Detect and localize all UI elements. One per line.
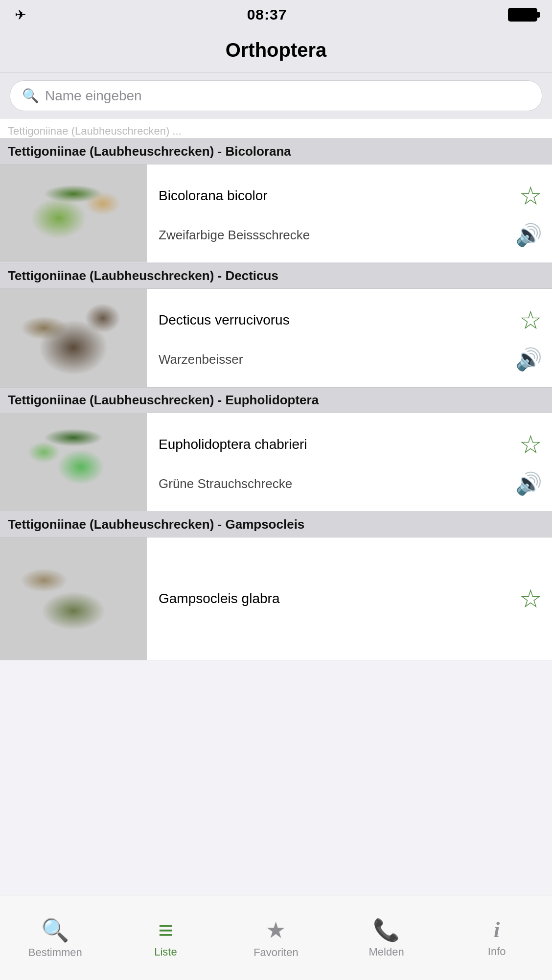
nav-item-bestimmen[interactable]: 🔍 Bestimmen (0, 917, 111, 959)
search-icon: 🔍 (22, 88, 39, 104)
audio-button-eupholidoptera[interactable]: 🔊 (515, 473, 542, 494)
species-row: Gampsocleis glabra ☆ (159, 584, 542, 613)
liste-icon: ≡ (158, 917, 173, 943)
section-header-bicolorana: Tettigoniinae (Laubheuschrecken) - Bicol… (0, 139, 552, 164)
airplane-icon: ✈ (15, 7, 26, 23)
nav-label-melden: Melden (369, 946, 404, 958)
common-name-decticus: Warzenbeisser (159, 352, 515, 367)
app-header: Orthoptera (0, 29, 552, 72)
app-title: Orthoptera (0, 39, 552, 61)
favorite-star-bicolorana[interactable]: ☆ (519, 181, 542, 210)
list-item-eupholidoptera-chabrieri[interactable]: Eupholidoptera chabrieri ☆ Grüne Strauch… (0, 413, 552, 512)
main-content: ✈ 08:37 Orthoptera 🔍 Name eingeben Tetti… (0, 0, 552, 746)
nav-label-favoriten: Favoriten (253, 946, 299, 959)
nav-label-bestimmen: Bestimmen (28, 946, 82, 959)
status-bar: ✈ 08:37 (0, 0, 552, 29)
favorite-star-gampsocleis[interactable]: ☆ (519, 584, 542, 613)
item-info-decticus: Decticus verrucivorus ☆ Warzenbeisser 🔊 (147, 289, 552, 387)
item-info-gampsocleis: Gampsocleis glabra ☆ (147, 537, 552, 660)
common-name-eupholidoptera: Grüne Strauchschrecke (159, 476, 515, 491)
search-container: 🔍 Name eingeben (0, 72, 552, 119)
thumbnail-eupholidoptera (0, 413, 147, 511)
common-name-bicolorana: Zweifarbige Beissschrecke (159, 228, 515, 243)
common-row: Warzenbeisser 🔊 (159, 349, 542, 370)
species-row: Decticus verrucivorus ☆ (159, 305, 542, 335)
nav-label-info: Info (488, 945, 506, 958)
status-time: 08:37 (247, 6, 287, 23)
battery-icon (508, 8, 537, 22)
nav-item-favoriten[interactable]: ★ Favoriten (221, 917, 331, 959)
list-item-gampsocleis-glabra[interactable]: Gampsocleis glabra ☆ (0, 537, 552, 660)
species-name-bicolorana: Bicolorana bicolor (159, 188, 519, 204)
search-bar[interactable]: 🔍 Name eingeben (10, 80, 542, 111)
thumbnail-decticus (0, 289, 147, 387)
item-info-bicolorana: Bicolorana bicolor ☆ Zweifarbige Beisssc… (147, 164, 552, 262)
audio-button-bicolorana[interactable]: 🔊 (515, 224, 542, 246)
favorite-star-decticus[interactable]: ☆ (519, 305, 542, 335)
species-name-decticus: Decticus verrucivorus (159, 312, 519, 328)
nav-item-melden[interactable]: 📞 Melden (331, 917, 442, 958)
thumbnail-gampsocleis (0, 537, 147, 660)
nav-item-liste[interactable]: ≡ Liste (111, 917, 221, 958)
common-row: Zweifarbige Beissschrecke 🔊 (159, 224, 542, 246)
bestimmen-icon: 🔍 (41, 917, 69, 943)
section-header-eupholidoptera: Tettigoniinae (Laubheuschrecken) - Eupho… (0, 387, 552, 413)
species-name-gampsocleis: Gampsocleis glabra (159, 591, 519, 607)
species-name-eupholidoptera: Eupholidoptera chabrieri (159, 437, 519, 452)
item-info-eupholidoptera: Eupholidoptera chabrieri ☆ Grüne Strauch… (147, 413, 552, 511)
search-placeholder: Name eingeben (45, 88, 142, 104)
nav-item-info[interactable]: i Info (441, 917, 552, 958)
thumbnail-bicolorana (0, 164, 147, 262)
bottom-navigation: 🔍 Bestimmen ≡ Liste ★ Favoriten 📞 Melden… (0, 895, 552, 980)
species-row: Bicolorana bicolor ☆ (159, 181, 542, 210)
list-item-decticus-verrucivorus[interactable]: Decticus verrucivorus ☆ Warzenbeisser 🔊 (0, 289, 552, 387)
favoriten-icon: ★ (266, 917, 286, 943)
list-item-bicolorana-bicolor[interactable]: Bicolorana bicolor ☆ Zweifarbige Beisssc… (0, 164, 552, 263)
favorite-star-eupholidoptera[interactable]: ☆ (519, 430, 542, 459)
species-row: Eupholidoptera chabrieri ☆ (159, 430, 542, 459)
melden-icon: 📞 (373, 917, 400, 943)
partial-item: Tettigoniinae (Laubheuschrecken) ... (0, 119, 552, 139)
section-header-gampsocleis: Tettigoniinae (Laubheuschrecken) - Gamps… (0, 512, 552, 537)
info-icon: i (494, 917, 500, 942)
audio-button-decticus[interactable]: 🔊 (515, 349, 542, 370)
common-row: Grüne Strauchschrecke 🔊 (159, 473, 542, 494)
nav-label-liste: Liste (154, 946, 177, 958)
section-header-decticus: Tettigoniinae (Laubheuschrecken) - Decti… (0, 263, 552, 289)
